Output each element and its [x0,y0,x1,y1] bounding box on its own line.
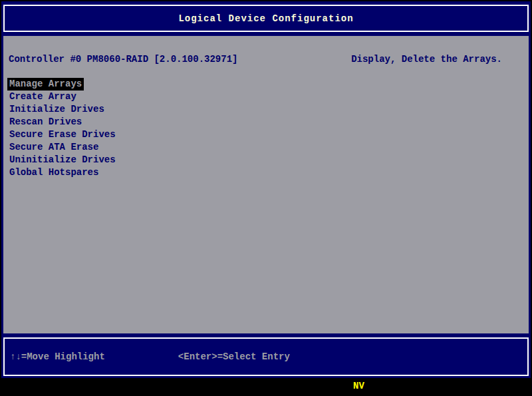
menu-item-create-array[interactable]: Create Array [7,91,78,103]
info-row: Controller #0 PM8060-RAID [2.0.100.32971… [3,36,529,66]
main-panel: Controller #0 PM8060-RAID [2.0.100.32971… [3,36,529,333]
title-bar: Logical Device Configuration [3,5,529,32]
move-highlight-hint: ↑↓=Move Highlight [10,351,105,362]
menu-item-rescan-drives[interactable]: Rescan Drives [7,116,84,128]
bios-screen: Logical Device Configuration Controller … [1,1,531,395]
page-title: Logical Device Configuration [178,13,353,24]
nv-status-label: NV [353,381,364,391]
controller-info: Controller #0 PM8060-RAID [2.0.100.32971… [9,53,237,66]
context-help-text: Display, Delete the Arrays. [351,53,502,66]
menu-item-secure-erase-drives[interactable]: Secure Erase Drives [7,128,118,141]
menu-item-global-hotspares[interactable]: Global Hotspares [7,166,100,179]
status-strip: NV [1,378,531,395]
help-bar: ↑↓=Move Highlight <Enter>=Select Entry [3,337,529,376]
menu-list: Manage ArraysCreate ArrayInitialize Driv… [3,78,118,179]
menu-item-secure-ata-erase[interactable]: Secure ATA Erase [7,141,100,154]
menu-item-uninitialize-drives[interactable]: Uninitialize Drives [7,154,118,166]
menu-item-manage-arrays[interactable]: Manage Arrays [7,78,84,91]
select-entry-hint: <Enter>=Select Entry [178,351,290,362]
menu-item-initialize-drives[interactable]: Initialize Drives [7,103,106,116]
